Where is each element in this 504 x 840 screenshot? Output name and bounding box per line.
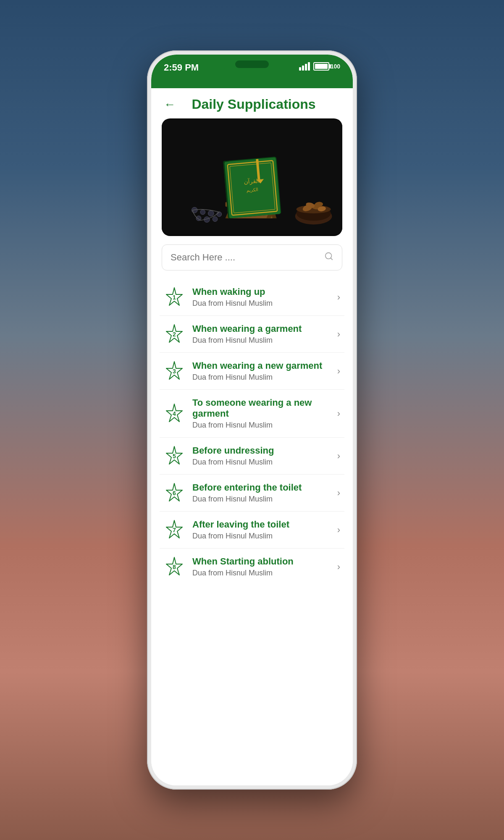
chevron-right-icon: ›	[337, 408, 340, 419]
notch-camera	[235, 60, 269, 68]
item-content: Before undressing Dua from Hisnul Muslim	[192, 445, 337, 467]
item-title: Before undressing	[192, 445, 337, 456]
list-item[interactable]: 7 After leaving the toilet Dua from Hisn…	[160, 512, 344, 549]
list-item[interactable]: 5 Before undressing Dua from Hisnul Musl…	[160, 438, 344, 475]
search-container	[162, 244, 342, 270]
chevron-right-icon: ›	[337, 329, 340, 340]
svg-point-20	[208, 210, 214, 216]
svg-text:4: 4	[173, 410, 176, 417]
item-subtitle: Dua from Hisnul Muslim	[192, 458, 337, 467]
item-content: After leaving the toilet Dua from Hisnul…	[192, 519, 337, 541]
badge-icon: 6	[164, 483, 185, 504]
item-content: When wearing a garment Dua from Hisnul M…	[192, 323, 337, 345]
hero-image: القرآن الكريم	[162, 118, 342, 236]
item-title: When wearing a garment	[192, 323, 337, 334]
item-subtitle: Dua from Hisnul Muslim	[192, 532, 337, 541]
item-subtitle: Dua from Hisnul Muslim	[192, 336, 337, 345]
item-subtitle: Dua from Hisnul Muslim	[192, 421, 337, 430]
svg-text:1: 1	[173, 294, 176, 301]
chevron-right-icon: ›	[337, 366, 340, 377]
item-content: To someone wearing a new garment Dua fro…	[192, 397, 337, 430]
supplications-list: 1 When waking up Dua from Hisnul Muslim …	[151, 279, 353, 585]
badge-icon: 8	[164, 556, 185, 578]
item-title: Before entering the toilet	[192, 482, 337, 493]
battery-text: 100	[331, 63, 340, 70]
search-icon	[324, 252, 333, 263]
item-content: When Starting ablution Dua from Hisnul M…	[192, 556, 337, 578]
list-item[interactable]: 8 When Starting ablution Dua from Hisnul…	[160, 549, 344, 585]
phone-screen: 2:59 PM 100	[151, 55, 353, 785]
signal-bar-3	[305, 64, 307, 71]
badge-icon: 3	[164, 361, 185, 382]
list-item[interactable]: 3 When wearing a new garment Dua from Hi…	[160, 353, 344, 390]
list-item[interactable]: 6 Before entering the toilet Dua from Hi…	[160, 475, 344, 512]
phone-frame: 2:59 PM 100	[147, 50, 357, 790]
signal-icon	[299, 62, 310, 71]
chevron-right-icon: ›	[337, 488, 340, 499]
search-input[interactable]	[171, 252, 324, 263]
item-content: When wearing a new garment Dua from Hisn…	[192, 360, 337, 382]
status-time: 2:59 PM	[164, 62, 199, 73]
chevron-right-icon: ›	[337, 451, 340, 462]
svg-line-34	[331, 258, 332, 260]
svg-point-19	[200, 210, 205, 215]
item-title: After leaving the toilet	[192, 519, 337, 530]
phone-wrapper: 2:59 PM 100	[143, 42, 361, 798]
badge-icon: 4	[164, 403, 185, 424]
item-content: Before entering the toilet Dua from Hisn…	[192, 482, 337, 504]
svg-point-24	[213, 217, 218, 222]
battery-box	[313, 62, 329, 71]
list-item[interactable]: 2 When wearing a garment Dua from Hisnul…	[160, 316, 344, 353]
item-title: To someone wearing a new garment	[192, 397, 337, 419]
chevron-right-icon: ›	[337, 562, 340, 572]
svg-text:3: 3	[173, 368, 176, 375]
quran-scene-svg: القرآن الكريم	[162, 118, 342, 236]
svg-text:2: 2	[173, 331, 176, 338]
item-title: When wearing a new garment	[192, 360, 337, 371]
battery-icon: 100	[313, 62, 340, 71]
item-subtitle: Dua from Hisnul Muslim	[192, 495, 337, 504]
item-title: When Starting ablution	[192, 556, 337, 567]
svg-text:6: 6	[173, 490, 176, 496]
item-subtitle: Dua from Hisnul Muslim	[192, 569, 337, 578]
signal-bar-4	[308, 62, 310, 71]
page-header: ← Daily Supplications	[151, 88, 353, 118]
list-item[interactable]: 1 When waking up Dua from Hisnul Muslim …	[160, 279, 344, 316]
content-area: ← Daily Supplications	[151, 88, 353, 785]
badge-icon: 1	[164, 287, 185, 308]
item-title: When waking up	[192, 286, 337, 297]
list-item[interactable]: 4 To someone wearing a new garment Dua f…	[160, 390, 344, 438]
svg-text:5: 5	[173, 453, 176, 459]
signal-bar-2	[302, 66, 304, 71]
notch	[218, 55, 286, 71]
battery-fill	[315, 64, 328, 69]
svg-text:8: 8	[173, 564, 176, 570]
item-subtitle: Dua from Hisnul Muslim	[192, 299, 337, 308]
badge-icon: 2	[164, 324, 185, 345]
page-title: Daily Supplications	[180, 97, 328, 112]
status-bar: 2:59 PM 100	[151, 55, 353, 88]
chevron-right-icon: ›	[337, 292, 340, 303]
item-subtitle: Dua from Hisnul Muslim	[192, 373, 337, 382]
chevron-right-icon: ›	[337, 525, 340, 536]
back-button[interactable]: ←	[164, 98, 176, 111]
signal-bar-1	[299, 67, 301, 71]
badge-icon: 7	[164, 520, 185, 541]
search-bar[interactable]	[162, 244, 342, 270]
svg-text:7: 7	[173, 527, 176, 533]
badge-icon: 5	[164, 446, 185, 467]
status-icons: 100	[299, 62, 340, 71]
item-content: When waking up Dua from Hisnul Muslim	[192, 286, 337, 308]
